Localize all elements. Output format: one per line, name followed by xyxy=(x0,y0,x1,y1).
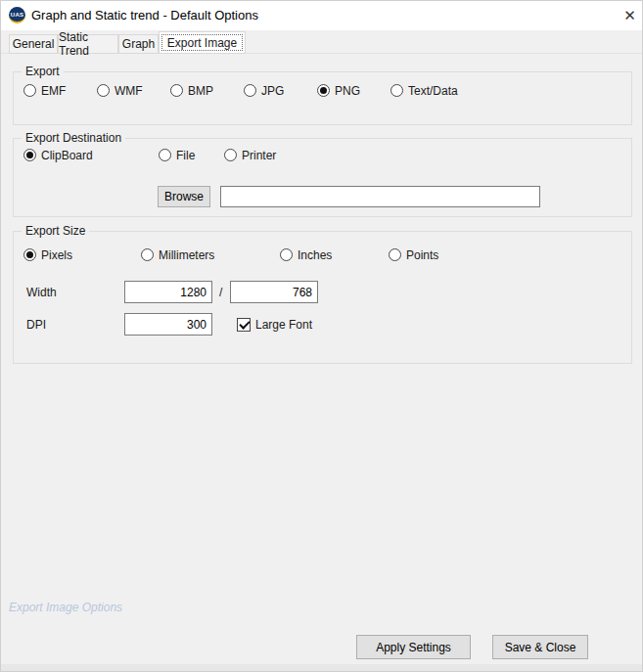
browse-button[interactable]: Browse xyxy=(158,186,210,207)
radio-circle-icon xyxy=(141,248,154,261)
radio-label: Inches xyxy=(298,248,332,262)
radio-points[interactable]: Points xyxy=(389,247,438,262)
radio-label: Text/Data xyxy=(408,84,458,98)
radio-circle-icon xyxy=(244,84,256,97)
radio-circle-icon xyxy=(389,248,401,261)
checkbox-label: Large Font xyxy=(255,318,312,332)
radio-jpg[interactable]: JPG xyxy=(244,83,284,98)
radio-circle-icon xyxy=(317,84,330,97)
radio-circle-icon xyxy=(390,84,403,97)
radio-label: Points xyxy=(406,248,438,262)
dialog-window: UAS Graph and Static trend - Default Opt… xyxy=(0,0,643,672)
apply-settings-button[interactable]: Apply Settings xyxy=(356,635,471,659)
radio-png[interactable]: PNG xyxy=(317,83,360,98)
radio-circle-icon xyxy=(280,248,293,261)
radio-label: Pixels xyxy=(41,248,72,262)
title-bar: UAS Graph and Static trend - Default Opt… xyxy=(1,1,642,30)
close-icon[interactable]: ✕ xyxy=(616,1,643,30)
file-path-input[interactable] xyxy=(220,186,540,207)
large-font-checkbox[interactable]: Large Font xyxy=(237,317,312,332)
radio-circle-icon xyxy=(23,84,36,97)
tab-general[interactable]: General xyxy=(9,34,58,54)
export-group-label: Export xyxy=(22,65,64,78)
radio-circle-icon xyxy=(23,248,36,261)
radio-file[interactable]: File xyxy=(159,148,195,162)
radio-printer[interactable]: Printer xyxy=(224,148,276,162)
export-size-group: Export Size Pixels Millimeters Inches Po… xyxy=(13,231,632,364)
export-destination-group: Export Destination ClipBoard File Printe… xyxy=(13,138,632,217)
window-bottom-edge xyxy=(1,664,642,672)
radio-inches[interactable]: Inches xyxy=(280,247,332,262)
tab-graph[interactable]: Graph xyxy=(118,34,159,54)
export-format-group: Export EMF WMF BMP JPG PNG Text/Data xyxy=(13,71,632,125)
radio-label: Millimeters xyxy=(159,248,214,262)
radio-pixels[interactable]: Pixels xyxy=(23,247,72,262)
app-logo-icon: UAS xyxy=(9,7,25,23)
width-label: Width xyxy=(26,286,57,299)
size-group-label: Export Size xyxy=(22,224,89,238)
dpi-label: DPI xyxy=(26,318,46,332)
checkbox-icon xyxy=(237,318,251,332)
status-text: Export Image Options xyxy=(9,601,122,614)
destination-group-label: Export Destination xyxy=(22,131,125,145)
radio-text-data[interactable]: Text/Data xyxy=(390,83,458,98)
radio-label: JPG xyxy=(261,84,284,98)
dpi-input[interactable] xyxy=(124,313,212,336)
radio-millimeters[interactable]: Millimeters xyxy=(141,247,214,262)
width-input[interactable] xyxy=(124,281,212,303)
radio-circle-icon xyxy=(170,84,183,97)
size-separator: / xyxy=(219,286,222,299)
save-close-button[interactable]: Save & Close xyxy=(492,635,588,659)
tab-static-trend[interactable]: Static Trend xyxy=(58,34,118,54)
radio-circle-icon xyxy=(224,149,237,161)
radio-circle-icon xyxy=(23,149,36,161)
window-title: Graph and Static trend - Default Options xyxy=(31,8,258,22)
radio-circle-icon xyxy=(159,149,171,161)
radio-label: ClipBoard xyxy=(41,149,93,162)
radio-label: Printer xyxy=(242,149,276,162)
tab-export-image[interactable]: Export Image xyxy=(159,31,246,54)
radio-label: BMP xyxy=(188,84,213,98)
radio-clipboard[interactable]: ClipBoard xyxy=(23,148,93,162)
radio-label: WMF xyxy=(115,84,143,98)
radio-emf[interactable]: EMF xyxy=(23,83,66,98)
radio-bmp[interactable]: BMP xyxy=(170,83,213,98)
radio-label: EMF xyxy=(41,84,66,98)
radio-label: File xyxy=(176,149,195,162)
radio-circle-icon xyxy=(97,84,110,97)
radio-wmf[interactable]: WMF xyxy=(97,83,143,98)
radio-label: PNG xyxy=(335,84,360,98)
height-input[interactable] xyxy=(230,281,318,303)
